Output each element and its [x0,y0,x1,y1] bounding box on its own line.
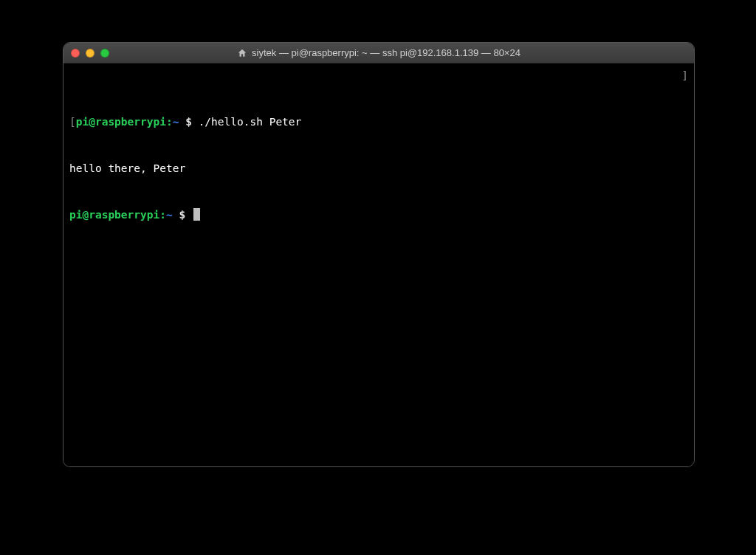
prompt-dollar: $ [179,116,198,128]
cursor [193,208,200,221]
prompt-userhost: pi@raspberrypi [69,209,159,221]
terminal-line: pi@raspberrypi:~ $ [69,207,688,223]
minimize-button[interactable] [86,49,94,58]
home-icon [237,48,247,58]
terminal-window: siytek — pi@raspberrypi: ~ — ssh pi@192.… [63,42,695,467]
close-button[interactable] [71,49,80,58]
prompt-colon: : [166,116,173,128]
terminal-line: [pi@raspberrypi:~ $ ./hello.sh Peter [69,114,688,130]
prompt-open-bracket: [ [69,116,76,128]
titlebar[interactable]: siytek — pi@raspberrypi: ~ — ssh pi@192.… [63,43,694,63]
prompt-colon: : [159,209,166,221]
prompt-path: ~ [166,209,173,221]
prompt-dollar: $ [173,209,192,221]
prompt-close-bracket: ] [681,68,688,83]
window-title: siytek — pi@raspberrypi: ~ — ssh pi@192.… [252,47,520,58]
command-text: ./hello.sh Peter [199,116,302,128]
window-title-wrap: siytek — pi@raspberrypi: ~ — ssh pi@192.… [63,47,694,58]
zoom-button[interactable] [100,49,109,58]
prompt-userhost: pi@raspberrypi [76,116,166,128]
terminal-body[interactable]: ] [pi@raspberrypi:~ $ ./hello.sh Peter h… [63,63,694,466]
window-controls [71,49,109,58]
terminal-output: hello there, Peter [69,161,688,176]
